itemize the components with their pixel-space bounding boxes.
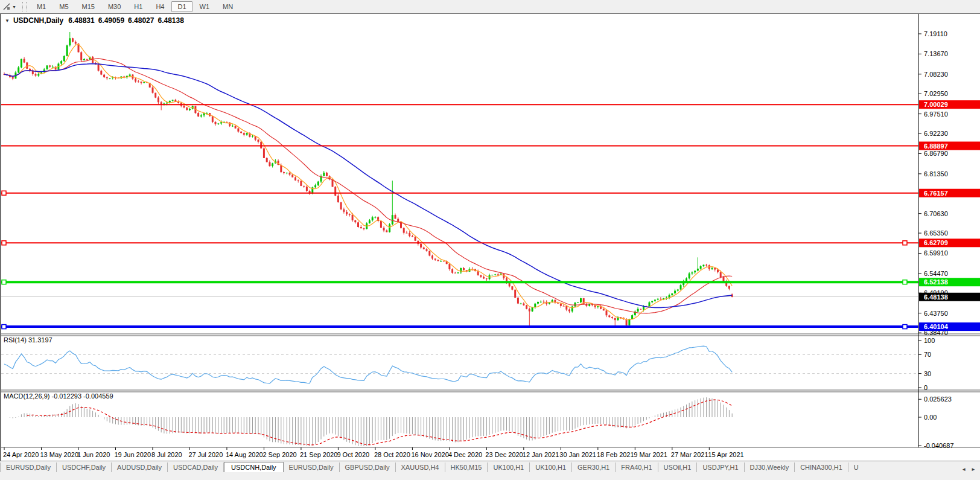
svg-text:6.97510: 6.97510	[924, 110, 948, 118]
close-value: 6.48138	[158, 16, 183, 25]
timeframe-button-h4[interactable]: H4	[150, 1, 170, 12]
status-bar	[0, 472, 980, 480]
svg-text:6.40104: 6.40104	[924, 323, 949, 330]
timeframe-button-d1[interactable]: D1	[171, 1, 192, 12]
timeframe-button-m30[interactable]: M30	[102, 1, 127, 12]
chart-tab-gbpusd-daily[interactable]: GBPUSD,Daily	[340, 462, 396, 473]
chart-window: 7.191107.136707.082307.029506.975106.922…	[0, 13, 980, 461]
date-axis: 24 Apr 202013 May 20201 Jun 202019 Jun 2…	[3, 447, 744, 458]
svg-text:14 Aug 2020: 14 Aug 2020	[226, 451, 263, 458]
level-badge-6.40104: 6.40104	[919, 322, 980, 331]
svg-text:6.86790: 6.86790	[924, 150, 948, 157]
svg-text:7.08230: 7.08230	[924, 71, 948, 78]
svg-text:6.59910: 6.59910	[924, 249, 948, 257]
chart-tab-usdchf-daily[interactable]: USDCHF,Daily	[57, 462, 112, 473]
svg-text:1 Jun 2020: 1 Jun 2020	[77, 451, 110, 458]
line-studies-icon	[2, 2, 11, 11]
chevron-down-icon: ▼	[12, 5, 16, 9]
svg-text:100: 100	[924, 337, 935, 344]
trading-platform: ▼ M1M5M15M30H1H4D1W1MN 7.191107.136707.0…	[0, 0, 980, 480]
chart-tab-uk100-h1[interactable]: UK100,H1	[488, 462, 530, 473]
open-value: 6.48831	[68, 16, 94, 25]
chart-tab-usoil-h1[interactable]: USOil,H1	[658, 462, 698, 473]
chart-tab-eurusd-daily[interactable]: EURUSD,Daily	[284, 462, 340, 473]
svg-text:6.88897: 6.88897	[924, 142, 948, 150]
ma-slow-line	[4, 64, 732, 308]
svg-text:24 Apr 2020: 24 Apr 2020	[3, 451, 39, 458]
macd-panel	[10, 397, 733, 446]
svg-text:27 Jul 2020: 27 Jul 2020	[188, 451, 223, 458]
chart-tab-truncated[interactable]: U	[848, 462, 864, 473]
chart-tab-hk50-m15[interactable]: HK50,M15	[445, 462, 488, 473]
ma-mid-line	[4, 59, 732, 313]
chart-tab-uk100-h1[interactable]: UK100,H1	[530, 462, 572, 473]
timeframe-button-m5[interactable]: M5	[53, 1, 74, 12]
timeframe-button-mn[interactable]: MN	[217, 1, 239, 12]
level-line-6.76157[interactable]	[1, 191, 918, 195]
level-badge-6.62709: 6.62709	[919, 238, 980, 247]
svg-text:70: 70	[924, 351, 931, 358]
svg-text:7.13670: 7.13670	[924, 50, 948, 57]
chart-tab-ger30-h1[interactable]: GER30,H1	[572, 462, 616, 473]
svg-text:0.00: 0.00	[924, 414, 937, 421]
svg-text:6.76157: 6.76157	[924, 190, 948, 197]
timeframe-button-w1[interactable]: W1	[194, 1, 216, 12]
ma-fast-line	[4, 44, 732, 320]
rsi-line	[4, 346, 732, 383]
chart-tab-dj30-weekly[interactable]: DJ30,Weekly	[745, 462, 795, 473]
chart-tab-audusd-daily[interactable]: AUDUSD,Daily	[112, 462, 168, 473]
svg-text:0: 0	[924, 384, 928, 391]
chart-tab-xauusd-h4[interactable]: XAUUSD,H4	[396, 462, 445, 473]
price-chart-svg[interactable]: 7.191107.136707.082307.029506.975106.922…	[1, 14, 980, 461]
svg-text:2 Sep 2020: 2 Sep 2020	[262, 451, 296, 458]
svg-text:6.62709: 6.62709	[924, 239, 948, 246]
svg-text:7.00029: 7.00029	[924, 101, 948, 108]
last-price-badge: 6.48138	[919, 293, 980, 301]
svg-text:6.81350: 6.81350	[924, 170, 948, 178]
chart-tab-usdcad-daily[interactable]: USDCAD,Daily	[168, 462, 224, 473]
chart-tab-eurusd-daily[interactable]: EURUSD,Daily	[0, 462, 57, 473]
timeframe-toolbar: ▼ M1M5M15M30H1H4D1W1MN	[0, 0, 980, 14]
svg-text:27 Mar 2021: 27 Mar 2021	[671, 451, 708, 458]
svg-text:21 Sep 2020: 21 Sep 2020	[300, 451, 337, 458]
line-studies-dropdown[interactable]: ▼	[0, 0, 19, 13]
svg-text:7.02950: 7.02950	[924, 90, 948, 97]
svg-text:16 Nov 2020: 16 Nov 2020	[411, 451, 448, 458]
macd-indicator-label: MACD(12,26,9) -0.012293 -0.004559	[4, 392, 113, 400]
level-badge-6.76157: 6.76157	[919, 189, 980, 197]
timeframe-button-m1[interactable]: M1	[31, 1, 52, 12]
svg-text:9 Oct 2020: 9 Oct 2020	[337, 451, 369, 458]
svg-text:30: 30	[924, 370, 931, 377]
low-value: 6.48027	[128, 16, 154, 25]
svg-text:6.48138: 6.48138	[924, 293, 948, 301]
rsi-panel	[1, 346, 918, 383]
svg-text:6.92230: 6.92230	[924, 130, 948, 137]
svg-text:9 Mar 2021: 9 Mar 2021	[634, 451, 667, 458]
svg-text:8 Jul 2020: 8 Jul 2020	[151, 451, 182, 458]
chart-title: ▼ USDCNH,Daily 6.48831 6.49059 6.48027 6…	[5, 16, 184, 25]
svg-text:15 Apr 2021: 15 Apr 2021	[708, 451, 743, 458]
toolbar-grip[interactable]	[22, 2, 27, 11]
timeframe-button-m15[interactable]: M15	[76, 1, 101, 12]
chart-tab-fra40-h1[interactable]: FRA40,H1	[616, 462, 658, 473]
timeframe-buttons: M1M5M15M30H1H4D1W1MN	[30, 0, 240, 13]
svg-text:19 Jun 2020: 19 Jun 2020	[114, 451, 151, 458]
svg-text:0.025623: 0.025623	[924, 395, 952, 403]
svg-text:23 Dec 2020: 23 Dec 2020	[485, 451, 523, 458]
svg-text:6.65350: 6.65350	[924, 229, 948, 237]
chart-tab-usdjpy-h1[interactable]: USDJPY,H1	[697, 462, 744, 473]
svg-text:12 Jan 2021: 12 Jan 2021	[523, 451, 559, 458]
svg-text:30 Jan 2021: 30 Jan 2021	[559, 451, 596, 458]
chevron-down-icon[interactable]: ▼	[5, 18, 10, 24]
level-line-6.40104[interactable]	[1, 325, 918, 329]
svg-text:6.52138: 6.52138	[924, 278, 948, 286]
level-line-6.62709[interactable]	[1, 241, 918, 245]
timeframe-button-h1[interactable]: H1	[128, 1, 148, 12]
level-line-6.52138[interactable]	[1, 280, 918, 284]
symbol-period-label: USDCNH,Daily	[13, 16, 63, 25]
chart-tabbar: EURUSD,DailyUSDCHF,DailyAUDUSD,DailyUSDC…	[0, 461, 980, 473]
svg-text:18 Feb 2021: 18 Feb 2021	[597, 451, 634, 458]
svg-text:4 Dec 2020: 4 Dec 2020	[448, 451, 482, 458]
chart-tab-china300-h1[interactable]: CHINA300,H1	[795, 462, 848, 473]
svg-text:-0.040687: -0.040687	[924, 442, 954, 449]
